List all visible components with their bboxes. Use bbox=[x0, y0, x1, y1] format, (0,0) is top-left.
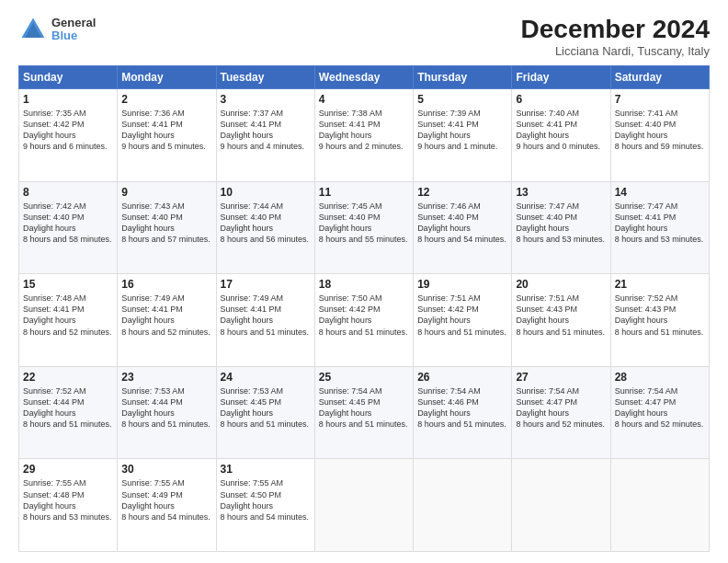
calendar-cell: 1Sunrise: 7:35 AMSunset: 4:42 PMDaylight… bbox=[19, 89, 118, 182]
cell-info: Sunrise: 7:55 AMSunset: 4:49 PMDaylight … bbox=[121, 478, 210, 521]
calendar-cell: 7Sunrise: 7:41 AMSunset: 4:40 PMDaylight… bbox=[610, 89, 709, 182]
calendar-cell: 10Sunrise: 7:44 AMSunset: 4:40 PMDayligh… bbox=[216, 181, 314, 274]
cell-info: Sunrise: 7:51 AMSunset: 4:42 PMDaylight … bbox=[417, 293, 506, 336]
cell-info: Sunrise: 7:47 AMSunset: 4:40 PMDaylight … bbox=[516, 201, 605, 244]
day-number: 22 bbox=[23, 371, 113, 384]
day-header-wednesday: Wednesday bbox=[314, 66, 413, 89]
calendar-cell: 18Sunrise: 7:50 AMSunset: 4:42 PMDayligh… bbox=[314, 274, 413, 367]
day-number: 8 bbox=[23, 186, 113, 199]
calendar-table: SundayMondayTuesdayWednesdayThursdayFrid… bbox=[18, 65, 710, 552]
calendar-cell: 31Sunrise: 7:55 AMSunset: 4:50 PMDayligh… bbox=[216, 459, 314, 552]
cell-info: Sunrise: 7:47 AMSunset: 4:41 PMDaylight … bbox=[615, 201, 704, 244]
logo-icon bbox=[18, 15, 48, 44]
cell-info: Sunrise: 7:55 AMSunset: 4:50 PMDaylight … bbox=[221, 478, 310, 521]
calendar-cell: 30Sunrise: 7:55 AMSunset: 4:49 PMDayligh… bbox=[118, 459, 216, 552]
day-number: 27 bbox=[516, 371, 606, 384]
day-number: 3 bbox=[221, 93, 311, 106]
logo-line1: General bbox=[51, 17, 96, 29]
cell-info: Sunrise: 7:52 AMSunset: 4:44 PMDaylight … bbox=[23, 386, 112, 429]
calendar-cell bbox=[610, 459, 709, 552]
title-block: December 2024 Licciana Nardi, Tuscany, I… bbox=[521, 15, 710, 58]
calendar-cell: 4Sunrise: 7:38 AMSunset: 4:41 PMDaylight… bbox=[314, 89, 413, 182]
calendar-cell: 24Sunrise: 7:53 AMSunset: 4:45 PMDayligh… bbox=[216, 366, 314, 459]
calendar-cell: 23Sunrise: 7:53 AMSunset: 4:44 PMDayligh… bbox=[118, 366, 216, 459]
cell-info: Sunrise: 7:48 AMSunset: 4:41 PMDaylight … bbox=[23, 293, 112, 336]
cell-info: Sunrise: 7:35 AMSunset: 4:42 PMDaylight … bbox=[23, 109, 108, 151]
cell-info: Sunrise: 7:49 AMSunset: 4:41 PMDaylight … bbox=[121, 293, 210, 336]
header: General Blue December 2024 Licciana Nard… bbox=[18, 15, 710, 58]
calendar-cell: 22Sunrise: 7:52 AMSunset: 4:44 PMDayligh… bbox=[19, 366, 118, 459]
day-header-monday: Monday bbox=[118, 66, 216, 89]
day-number: 25 bbox=[319, 371, 409, 384]
cell-info: Sunrise: 7:54 AMSunset: 4:47 PMDaylight … bbox=[516, 386, 605, 429]
cell-info: Sunrise: 7:44 AMSunset: 4:40 PMDaylight … bbox=[221, 201, 310, 244]
cell-info: Sunrise: 7:53 AMSunset: 4:45 PMDaylight … bbox=[221, 386, 310, 429]
calendar-cell: 6Sunrise: 7:40 AMSunset: 4:41 PMDaylight… bbox=[512, 89, 610, 182]
calendar-cell: 13Sunrise: 7:47 AMSunset: 4:40 PMDayligh… bbox=[512, 181, 610, 274]
location-subtitle: Licciana Nardi, Tuscany, Italy bbox=[521, 44, 710, 58]
week-row-4: 22Sunrise: 7:52 AMSunset: 4:44 PMDayligh… bbox=[19, 366, 710, 459]
calendar-cell: 26Sunrise: 7:54 AMSunset: 4:46 PMDayligh… bbox=[414, 366, 512, 459]
day-number: 15 bbox=[23, 278, 113, 291]
cell-info: Sunrise: 7:36 AMSunset: 4:41 PMDaylight … bbox=[121, 109, 206, 151]
day-number: 17 bbox=[221, 278, 311, 291]
cell-info: Sunrise: 7:39 AMSunset: 4:41 PMDaylight … bbox=[417, 109, 497, 151]
day-number: 24 bbox=[221, 371, 311, 384]
calendar-cell: 2Sunrise: 7:36 AMSunset: 4:41 PMDaylight… bbox=[118, 89, 216, 182]
calendar-cell bbox=[512, 459, 610, 552]
cell-info: Sunrise: 7:46 AMSunset: 4:40 PMDaylight … bbox=[417, 201, 506, 244]
cell-info: Sunrise: 7:45 AMSunset: 4:40 PMDaylight … bbox=[319, 201, 408, 244]
logo: General Blue bbox=[18, 15, 96, 44]
cell-info: Sunrise: 7:52 AMSunset: 4:43 PMDaylight … bbox=[615, 293, 704, 336]
day-number: 18 bbox=[319, 278, 409, 291]
day-header-friday: Friday bbox=[512, 66, 610, 89]
calendar-cell: 29Sunrise: 7:55 AMSunset: 4:48 PMDayligh… bbox=[19, 459, 118, 552]
day-header-thursday: Thursday bbox=[414, 66, 512, 89]
cell-info: Sunrise: 7:41 AMSunset: 4:40 PMDaylight … bbox=[615, 109, 704, 151]
week-row-5: 29Sunrise: 7:55 AMSunset: 4:48 PMDayligh… bbox=[19, 459, 710, 552]
logo-line2: Blue bbox=[51, 29, 96, 42]
calendar-cell: 21Sunrise: 7:52 AMSunset: 4:43 PMDayligh… bbox=[610, 274, 709, 367]
day-number: 2 bbox=[121, 93, 211, 106]
day-number: 23 bbox=[121, 371, 211, 384]
calendar-cell: 8Sunrise: 7:42 AMSunset: 4:40 PMDaylight… bbox=[19, 181, 118, 274]
calendar-cell: 20Sunrise: 7:51 AMSunset: 4:43 PMDayligh… bbox=[512, 274, 610, 367]
page: General Blue December 2024 Licciana Nard… bbox=[0, 0, 728, 563]
calendar-cell bbox=[314, 459, 413, 552]
day-number: 29 bbox=[23, 463, 113, 476]
cell-info: Sunrise: 7:38 AMSunset: 4:41 PMDaylight … bbox=[319, 109, 404, 151]
day-number: 12 bbox=[417, 186, 507, 199]
day-number: 21 bbox=[615, 278, 705, 291]
week-row-3: 15Sunrise: 7:48 AMSunset: 4:41 PMDayligh… bbox=[19, 274, 710, 367]
calendar-cell: 17Sunrise: 7:49 AMSunset: 4:41 PMDayligh… bbox=[216, 274, 314, 367]
day-number: 28 bbox=[615, 371, 705, 384]
cell-info: Sunrise: 7:43 AMSunset: 4:40 PMDaylight … bbox=[121, 201, 210, 244]
cell-info: Sunrise: 7:50 AMSunset: 4:42 PMDaylight … bbox=[319, 293, 408, 336]
cell-info: Sunrise: 7:49 AMSunset: 4:41 PMDaylight … bbox=[221, 293, 310, 336]
cell-info: Sunrise: 7:37 AMSunset: 4:41 PMDaylight … bbox=[221, 109, 305, 151]
calendar-cell: 5Sunrise: 7:39 AMSunset: 4:41 PMDaylight… bbox=[414, 89, 512, 182]
calendar-cell: 12Sunrise: 7:46 AMSunset: 4:40 PMDayligh… bbox=[414, 181, 512, 274]
week-row-2: 8Sunrise: 7:42 AMSunset: 4:40 PMDaylight… bbox=[19, 181, 710, 274]
day-number: 26 bbox=[417, 371, 507, 384]
calendar-cell: 27Sunrise: 7:54 AMSunset: 4:47 PMDayligh… bbox=[512, 366, 610, 459]
day-number: 4 bbox=[319, 93, 409, 106]
cell-info: Sunrise: 7:53 AMSunset: 4:44 PMDaylight … bbox=[121, 386, 210, 429]
day-header-saturday: Saturday bbox=[610, 66, 709, 89]
day-number: 30 bbox=[121, 463, 211, 476]
cell-info: Sunrise: 7:51 AMSunset: 4:43 PMDaylight … bbox=[516, 293, 605, 336]
day-number: 1 bbox=[23, 93, 113, 106]
calendar-cell: 14Sunrise: 7:47 AMSunset: 4:41 PMDayligh… bbox=[610, 181, 709, 274]
cell-info: Sunrise: 7:54 AMSunset: 4:46 PMDaylight … bbox=[417, 386, 506, 429]
day-number: 5 bbox=[417, 93, 507, 106]
calendar-cell: 19Sunrise: 7:51 AMSunset: 4:42 PMDayligh… bbox=[414, 274, 512, 367]
month-title: December 2024 bbox=[521, 15, 710, 44]
calendar-cell: 28Sunrise: 7:54 AMSunset: 4:47 PMDayligh… bbox=[610, 366, 709, 459]
day-header-tuesday: Tuesday bbox=[216, 66, 314, 89]
logo-text: General Blue bbox=[51, 17, 96, 43]
day-number: 6 bbox=[516, 93, 606, 106]
day-number: 13 bbox=[516, 186, 606, 199]
calendar-cell bbox=[414, 459, 512, 552]
week-row-1: 1Sunrise: 7:35 AMSunset: 4:42 PMDaylight… bbox=[19, 89, 710, 182]
calendar-cell: 3Sunrise: 7:37 AMSunset: 4:41 PMDaylight… bbox=[216, 89, 314, 182]
